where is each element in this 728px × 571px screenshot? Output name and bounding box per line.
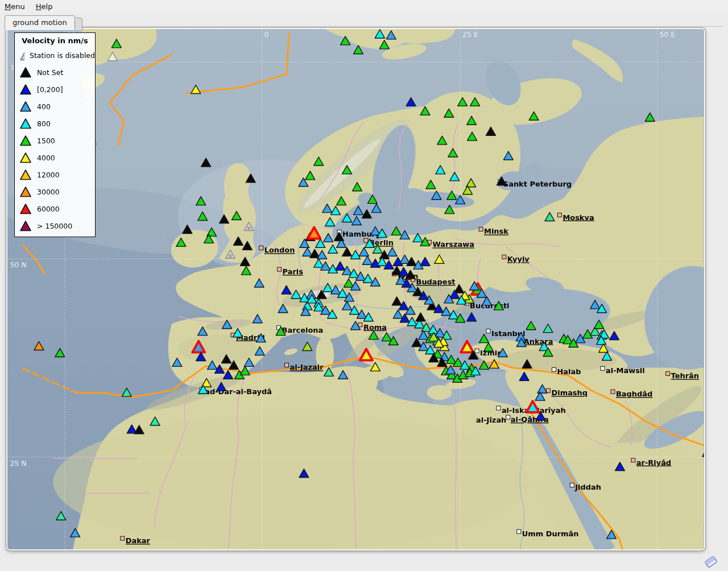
legend-entry: 4000 (15, 149, 95, 166)
legend-entry: [0,200] (15, 81, 95, 98)
city-marker (611, 390, 615, 394)
city-label: Dakar (126, 536, 151, 545)
legend-triangle-icon (19, 67, 32, 78)
city-label: Tehrân (671, 371, 699, 380)
city-marker (479, 227, 483, 231)
city-label: Jiddah (574, 483, 601, 491)
city-marker (666, 371, 670, 375)
longitude-label: 25 E (462, 30, 478, 39)
legend-entry-label: Station is disabled (30, 51, 95, 60)
city-label: Budapest (416, 278, 456, 286)
legend-entry: 400 (15, 98, 95, 115)
menu-bar: Menu Help (0, 0, 728, 13)
city-marker (502, 255, 506, 259)
tab-pane-border (5, 26, 723, 27)
tab-ground-motion[interactable]: ground motion (5, 15, 75, 30)
city-marker (358, 323, 362, 327)
city-label: Umm Durmân (522, 529, 579, 538)
city-label: Baghdâd (616, 390, 652, 398)
legend-triangle-icon (19, 220, 32, 231)
city-marker (570, 483, 574, 487)
legend-entry-label: 400 (37, 102, 51, 111)
city-label: Dimashq (551, 388, 588, 397)
status-icon (703, 553, 719, 569)
menu-button-help[interactable]: Help (36, 2, 56, 11)
legend-entry-label: 12000 (37, 171, 60, 179)
city-marker (364, 238, 368, 242)
legend-entry: 800 (15, 115, 95, 132)
legend-title: Velocity in nm/s (15, 36, 95, 45)
city-label: ar-Riyâd (636, 458, 671, 467)
city-label: Barcelona (282, 326, 324, 334)
city-label: Sankt Peterburg (503, 180, 572, 188)
latitude-label: 25 N (10, 459, 27, 467)
city-label: al-Jîzah (476, 416, 506, 424)
map-canvas[interactable]: 25 W025 E50 E75 N50 N25 N LondonParisMad… (6, 28, 705, 551)
legend-entry: Not Set (15, 64, 95, 81)
map-legend: Velocity in nm/s Station is disabledNot … (14, 32, 96, 237)
menu-button-menu[interactable]: Menu (5, 2, 28, 11)
city-marker (475, 349, 479, 353)
legend-triangle-icon (19, 118, 32, 129)
city-marker (631, 458, 635, 462)
legend-entry-label: Not Set (37, 68, 63, 77)
legend-triangle-icon (19, 152, 32, 163)
legend-triangle-icon (19, 135, 32, 146)
legend-entry: 60000 (15, 200, 95, 217)
legend-entry: Station is disabled (15, 47, 95, 64)
legend-entry-label: 800 (37, 119, 51, 128)
legend-triangle-icon (19, 203, 32, 214)
city-marker (285, 363, 289, 367)
longitude-label: 0 (264, 30, 269, 39)
city-label: Ankara (524, 337, 553, 346)
city-marker (121, 536, 125, 540)
legend-triangle-icon (19, 49, 24, 61)
city-label: Paris (283, 267, 304, 276)
city-marker (552, 367, 556, 371)
city-label: Moskva (562, 213, 594, 222)
city-label: Halab (557, 367, 581, 376)
city-marker (259, 246, 263, 250)
city-label: Minsk (484, 227, 508, 235)
legend-entry-label: 1500 (37, 136, 55, 145)
legend-entry-label: 4000 (37, 154, 55, 162)
city-marker (517, 529, 521, 533)
city-marker (486, 329, 490, 333)
legend-triangle-icon (19, 169, 32, 180)
city-label: Kyyiv (507, 255, 530, 263)
city-label: al-Jazair (290, 363, 324, 371)
legend-entry-label: [0,200] (37, 85, 63, 94)
legend-entry: 12000 (15, 166, 95, 183)
city-marker (278, 267, 282, 271)
city-marker (557, 213, 561, 217)
legend-entry: > 150000 (15, 217, 95, 234)
latitude-label: 50 N (10, 260, 27, 269)
legend-entry-label: 60000 (37, 205, 60, 213)
city-marker (497, 406, 500, 410)
legend-entry-label: > 150000 (37, 222, 72, 230)
legend-entry: 30000 (15, 183, 95, 200)
legend-triangle-icon (19, 186, 32, 197)
city-label: London (264, 246, 295, 254)
city-label: ad-Dar-al-Baydâ (205, 387, 272, 396)
city-marker (601, 366, 605, 370)
city-label: al-Mawsil (606, 366, 645, 375)
legend-triangle-icon (19, 101, 32, 112)
city-label: Roma (363, 323, 387, 332)
legend-triangle-icon (19, 84, 32, 95)
city-marker (506, 415, 510, 419)
legend-entry-label: 30000 (37, 188, 60, 196)
longitude-label: 50 E (660, 30, 676, 39)
city-label: Warszawa (432, 240, 474, 249)
legend-entry: 1500 (15, 132, 95, 149)
